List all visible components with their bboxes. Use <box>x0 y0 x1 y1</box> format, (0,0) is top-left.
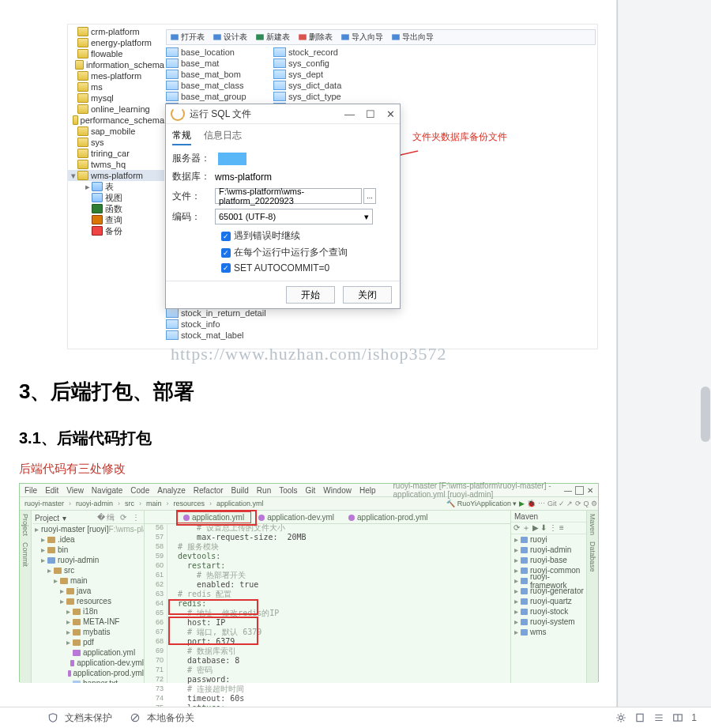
outline-icon[interactable] <box>653 712 664 723</box>
tab-log[interactable]: 信息日志 <box>204 129 242 145</box>
menu-navigate[interactable]: Navigate <box>92 486 122 495</box>
db-item-energy-platform[interactable]: energy-platform <box>68 37 164 48</box>
menu-edit[interactable]: Edit <box>45 486 58 495</box>
table-stock_in_return_detail[interactable]: stock_in_return_detail <box>166 307 324 319</box>
project-node[interactable]: ▸META-INF <box>33 617 144 627</box>
menu-git[interactable]: Git <box>306 486 316 495</box>
tab-general[interactable]: 常规 <box>172 129 191 145</box>
db-sub-视图[interactable]: 视图 <box>82 192 164 203</box>
maven-node-ruoyi-generator[interactable]: ▸ruoyi-generator <box>511 586 586 596</box>
project-node[interactable]: ▸ruoyi-master [ruoyi] F:\wms-platform\ru… <box>33 524 144 534</box>
maven-toolbar[interactable]: ⟳ ＋ ▶ ⬇ ⋮ ≡ <box>511 522 586 534</box>
close-button[interactable]: 关闭 <box>343 286 392 304</box>
menu-analyze[interactable]: Analyze <box>157 486 186 495</box>
file-input[interactable]: F:\wms-platform\wms-platform_20220923 <box>215 188 362 204</box>
project-node[interactable]: ▸i18n <box>33 606 144 617</box>
maven-header[interactable]: Maven <box>511 511 586 522</box>
maven-node-ruoyi-framework[interactable]: ▸ruoyi-framework <box>511 575 586 586</box>
db-sub-查询[interactable]: 查询 <box>82 214 164 225</box>
maximize-icon[interactable] <box>575 486 584 495</box>
crumb-ruoyi-admin[interactable]: ruoyi-admin <box>76 500 113 507</box>
maven-node-ruoyi-quartz[interactable]: ▸ruoyi-quartz <box>511 596 586 606</box>
crumb-application.yml[interactable]: application.yml <box>216 500 264 507</box>
db-item-twms_hq[interactable]: twms_hq <box>68 159 164 170</box>
status-backup[interactable]: 本地备份关 <box>147 711 194 725</box>
minimize-icon[interactable]: — <box>344 108 355 120</box>
db-sub-表[interactable]: ▸表 <box>82 181 164 192</box>
crumb-ruoyi-master[interactable]: ruoyi-master <box>24 500 64 507</box>
maven-node-ruoyi-stock[interactable]: ▸ruoyi-stock <box>511 606 586 617</box>
table-stock_mat_label[interactable]: stock_mat_label <box>166 330 324 341</box>
project-node[interactable]: ▸.idea <box>33 534 144 545</box>
status-protect[interactable]: 文档未保护 <box>65 711 112 725</box>
toolbar-导出向导[interactable]: 导出向导 <box>388 31 437 43</box>
db-item-triring_car[interactable]: triring_car <box>68 148 164 159</box>
menu-view[interactable]: View <box>66 486 84 495</box>
db-item-sap_mobile[interactable]: sap_mobile <box>68 126 164 137</box>
db-item-mes-platform[interactable]: mes-platform <box>68 70 164 81</box>
table-stock_info[interactable]: stock_info <box>166 319 324 330</box>
project-node[interactable]: ▸src <box>33 565 144 575</box>
check-autocommit[interactable]: ✓SET AUTOCOMMIT=0 <box>221 262 393 273</box>
scrollbar-track[interactable] <box>700 0 711 728</box>
db-sub-函数[interactable]: 函数 <box>82 203 164 214</box>
table-base_mat_bom[interactable]: base_mat_bom <box>166 69 261 80</box>
toolbar-设计表[interactable]: 设计表 <box>209 31 250 43</box>
check-continue-on-error[interactable]: ✓遇到错误时继续 <box>221 229 393 243</box>
minimize-icon[interactable]: — <box>564 486 572 495</box>
browse-button[interactable]: ... <box>363 188 376 204</box>
tool-tab-project[interactable]: Project <box>21 511 29 539</box>
db-item-online_learning[interactable]: online_learning <box>68 104 164 115</box>
tool-tab-database[interactable]: Database <box>589 538 596 575</box>
tool-tab-maven[interactable]: Maven <box>589 511 596 538</box>
maven-node-ruoyi-admin[interactable]: ▸ruoyi-admin <box>511 545 586 555</box>
db-item-crm-platform[interactable]: crm-platform <box>68 26 164 37</box>
maven-node-wms[interactable]: ▸wms <box>511 627 586 637</box>
editor-tab-application-dev.yml[interactable]: application-dev.yml <box>251 511 341 523</box>
maven-tree[interactable]: ▸ruoyi▸ruoyi-admin▸ruoyi-base▸ruoyi-comm… <box>511 534 586 637</box>
db-item-wms-platform[interactable]: ▾wms-platform <box>68 170 164 181</box>
build-icon[interactable]: 🔨 <box>446 500 455 507</box>
project-node[interactable]: application-prod.yml <box>33 668 144 678</box>
table-base_mat_class[interactable]: base_mat_class <box>166 80 261 91</box>
table-sys_config[interactable]: sys_config <box>273 58 368 69</box>
db-item-sys[interactable]: sys <box>68 137 164 148</box>
menu-code[interactable]: Code <box>130 486 149 495</box>
crumb-src[interactable]: src <box>125 500 134 507</box>
table-sys_dept[interactable]: sys_dept <box>273 69 368 80</box>
sun-icon[interactable] <box>615 712 626 723</box>
project-header-actions[interactable]: �缉 ⟳ ⋮ <box>97 512 144 523</box>
project-node[interactable]: application-dev.yml <box>33 658 144 668</box>
toolbar-导入向导[interactable]: 导入向导 <box>337 31 386 43</box>
menu-help[interactable]: Help <box>359 486 376 495</box>
project-node[interactable]: application.yml <box>33 647 144 658</box>
editor-tab-application-prod.yml[interactable]: application-prod.yml <box>341 511 435 523</box>
project-node[interactable]: ▸bin <box>33 545 144 555</box>
tool-tab-commit[interactable]: Commit <box>21 539 29 570</box>
crumb-resources[interactable]: resources <box>174 500 205 507</box>
toolbar-打开表[interactable]: 打开表 <box>167 31 208 43</box>
table-stock_record[interactable]: stock_record <box>273 47 368 58</box>
db-item-performance_schema[interactable]: performance_schema <box>68 115 164 126</box>
more-actions[interactable]: ⋯ Git ✓ ↗ ⟳ Q ⚙ <box>538 500 597 507</box>
page-width-icon[interactable] <box>634 712 645 723</box>
toolbar-删除表[interactable]: 删除表 <box>295 31 336 43</box>
read-mode-icon[interactable] <box>672 712 683 723</box>
menu-run[interactable]: Run <box>257 486 271 495</box>
maximize-icon[interactable]: ☐ <box>366 108 375 120</box>
project-node[interactable]: ▸ruoyi-admin <box>33 555 144 565</box>
dialog-titlebar[interactable]: 运行 SQL 文件 — ☐ ✕ <box>166 104 400 124</box>
maven-node-ruoyi-base[interactable]: ▸ruoyi-base <box>511 555 586 565</box>
check-multi-query[interactable]: ✓在每个运行中运行多个查询 <box>221 246 393 259</box>
table-sys_dict_data[interactable]: sys_dict_data <box>273 80 368 91</box>
table-base_mat_group[interactable]: base_mat_group <box>166 91 261 102</box>
close-icon[interactable]: ✕ <box>386 108 395 120</box>
db-item-information_schema[interactable]: information_schema <box>68 59 164 70</box>
maven-node-ruoyi-system[interactable]: ▸ruoyi-system <box>511 617 586 627</box>
table-sys_dict_type[interactable]: sys_dict_type <box>273 91 368 102</box>
run-icon[interactable]: ▶ <box>519 500 525 507</box>
menu-tools[interactable]: Tools <box>279 486 297 495</box>
menu-build[interactable]: Build <box>231 486 249 495</box>
table-base_mat[interactable]: base_mat <box>166 58 261 69</box>
project-node[interactable]: ▸pdf <box>33 637 144 647</box>
